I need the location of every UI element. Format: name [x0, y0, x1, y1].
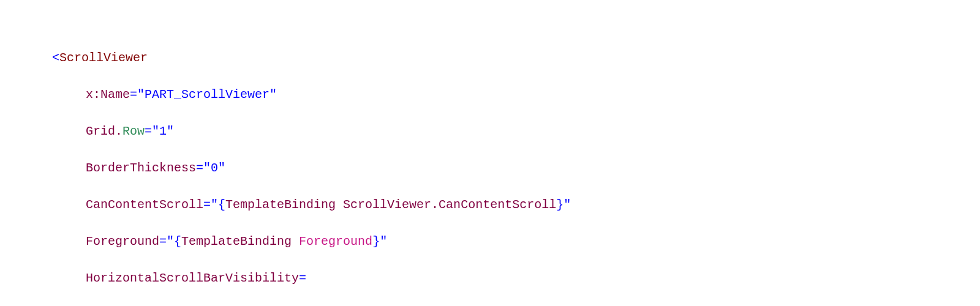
- equals: =: [130, 88, 137, 102]
- attr-colon: :: [93, 88, 100, 102]
- code-line: <ScrollViewer: [52, 49, 980, 67]
- attr-value: "1": [152, 124, 174, 138]
- binding-path: ScrollViewer.CanContentScroll: [343, 198, 556, 212]
- code-line: BorderThickness="0": [52, 159, 980, 177]
- code-line: x:Name="PART_ScrollViewer": [52, 86, 980, 104]
- attr-row: Row: [123, 124, 145, 138]
- attr-dot: .: [115, 124, 123, 138]
- binding-foreground: Foreground: [299, 234, 372, 248]
- quote-close: }": [556, 198, 571, 212]
- open-bracket: <: [52, 51, 59, 65]
- equals: =: [299, 271, 306, 285]
- tag-scrollviewer: ScrollViewer: [59, 51, 148, 65]
- quote-open: "{: [211, 198, 225, 212]
- code-line: CanContentScroll="{TemplateBinding Scrol…: [52, 196, 980, 214]
- attr-horizontalscrollbarvisibility: HorizontalScrollBarVisibility: [86, 271, 299, 285]
- attr-value: "PART_ScrollViewer": [137, 88, 277, 102]
- attr-grid: Grid: [86, 124, 115, 138]
- quote-close: }": [372, 234, 387, 248]
- code-line: HorizontalScrollBarVisibility=: [52, 269, 980, 288]
- equals: =: [145, 124, 152, 138]
- attr-namespace: x: [86, 88, 93, 102]
- xaml-code-block: <ScrollViewer x:Name="PART_ScrollViewer"…: [52, 31, 980, 306]
- attr-cancontentscroll: CanContentScroll: [86, 198, 203, 212]
- attr-name: Name: [100, 88, 130, 102]
- quote-open: "{: [167, 234, 181, 248]
- attr-foreground: Foreground: [86, 234, 159, 248]
- template-binding: TemplateBinding: [181, 234, 299, 248]
- code-line: Foreground="{TemplateBinding Foreground}…: [52, 233, 980, 251]
- equals: =: [203, 198, 211, 212]
- attr-borderthickness: BorderThickness: [86, 161, 196, 175]
- attr-value: "0": [203, 161, 225, 175]
- equals: =: [196, 161, 203, 175]
- template-binding: TemplateBinding: [225, 198, 343, 212]
- code-line: Grid.Row="1": [52, 122, 980, 141]
- equals: =: [159, 234, 167, 248]
